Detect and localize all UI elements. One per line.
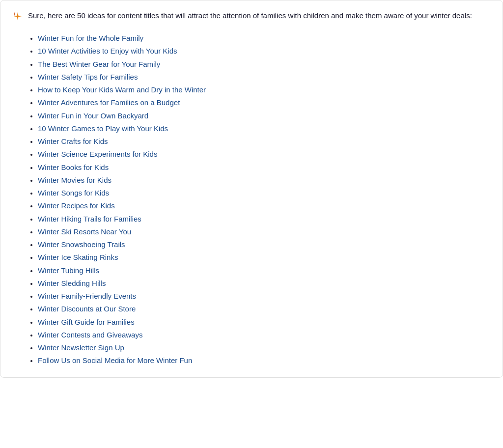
list-item: 10 Winter Activities to Enjoy with Your … [38,45,491,57]
list-item: Winter Discounts at Our Store [38,303,491,315]
list-item: Winter Science Experiments for Kids [38,148,491,161]
main-container: Sure, here are 50 ideas for content titl… [0,0,503,378]
items-list: Winter Fun for the Whole Family10 Winter… [12,32,491,367]
list-item: The Best Winter Gear for Your Family [38,58,491,71]
list-item: Winter Fun in Your Own Backyard [38,110,491,122]
list-item: Winter Safety Tips for Families [38,71,491,84]
list-item: Winter Contests and Giveaways [38,329,491,341]
intro-text: Sure, here are 50 ideas for content titl… [28,10,472,22]
list-item: Winter Ski Resorts Near You [38,225,491,238]
list-item: Winter Crafts for Kids [38,135,491,148]
list-item: Winter Gift Guide for Families [38,316,491,329]
list-item: Winter Sledding Hills [38,277,491,290]
list-item: Winter Ice Skating Rinks [38,251,491,264]
sparkle-icon [12,11,23,22]
list-item: Follow Us on Social Media for More Winte… [38,354,491,367]
list-item: Winter Recipes for Kids [38,199,491,212]
list-item: Winter Fun for the Whole Family [38,32,491,45]
list-item: Winter Family-Friendly Events [38,290,491,303]
list-item: Winter Movies for Kids [38,174,491,187]
list-item: 10 Winter Games to Play with Your Kids [38,122,491,135]
list-item: How to Keep Your Kids Warm and Dry in th… [38,84,491,96]
list-item: Winter Hiking Trails for Families [38,213,491,225]
list-item: Winter Songs for Kids [38,187,491,199]
list-item: Winter Adventures for Families on a Budg… [38,96,491,109]
list-item: Winter Snowshoeing Trails [38,238,491,251]
list-item: Winter Newsletter Sign Up [38,341,491,354]
list-item: Winter Tubing Hills [38,264,491,277]
intro-row: Sure, here are 50 ideas for content titl… [12,10,491,22]
list-item: Winter Books for Kids [38,161,491,174]
